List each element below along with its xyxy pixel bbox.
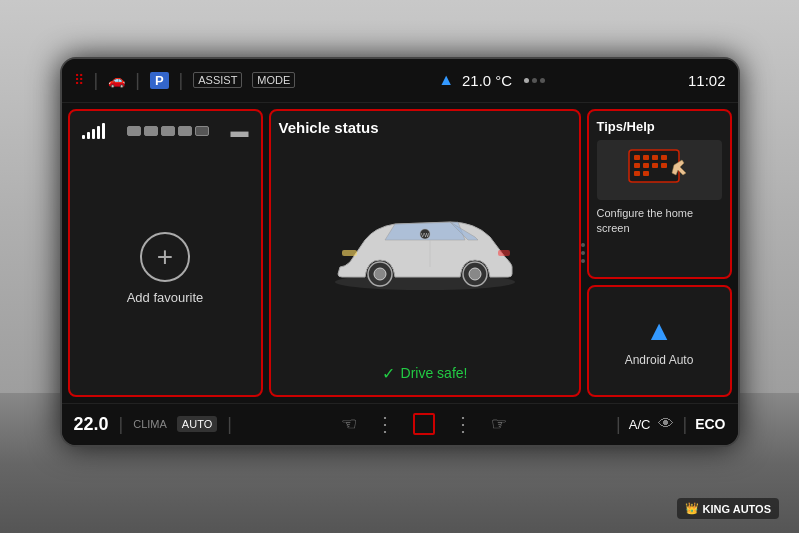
android-auto-label: Android Auto bbox=[625, 353, 694, 367]
svg-rect-20 bbox=[643, 171, 649, 176]
clima-temp-value: 22.0 bbox=[74, 414, 109, 435]
android-auto-panel[interactable]: ▲ Android Auto bbox=[587, 285, 732, 397]
tips-panel[interactable]: Tips/Help bbox=[587, 109, 732, 279]
svg-rect-16 bbox=[643, 163, 649, 168]
tips-image bbox=[597, 140, 722, 200]
bottom-center-controls: ☜ ⋮ ⋮ ☞ bbox=[242, 412, 606, 436]
right-panel: Tips/Help bbox=[587, 109, 732, 397]
drive-safe-indicator: ✓ Drive safe! bbox=[279, 360, 571, 387]
bottom-bar: 22.0 | CLIMA AUTO | ☜ ⋮ ⋮ ☞ | A/C 👁 | EC… bbox=[62, 403, 738, 445]
svg-rect-8 bbox=[342, 250, 357, 256]
stop-button[interactable] bbox=[413, 413, 435, 435]
car-body: ⠿ | 🚗 | P | ASSIST MODE ▲ 21.0 °C 11:02 bbox=[0, 0, 799, 533]
infotainment-screen: ⠿ | 🚗 | P | ASSIST MODE ▲ 21.0 °C 11:02 bbox=[60, 57, 740, 447]
top-status-bar: ⠿ | 🚗 | P | ASSIST MODE ▲ 21.0 °C 11:02 bbox=[62, 59, 738, 103]
svg-rect-9 bbox=[498, 250, 510, 256]
car-icon[interactable]: 🚗 bbox=[108, 72, 125, 88]
check-icon: ✓ bbox=[382, 364, 395, 383]
svg-rect-15 bbox=[634, 163, 640, 168]
svg-rect-17 bbox=[652, 163, 658, 168]
svg-point-4 bbox=[469, 268, 481, 280]
top-bar-center: ▲ 21.0 °C bbox=[305, 71, 678, 89]
battery-indicator bbox=[127, 126, 209, 136]
svg-rect-12 bbox=[643, 155, 649, 160]
left-panel: ▬ + Add favourite bbox=[68, 109, 263, 397]
menu-dots-left[interactable]: ⋮ bbox=[375, 412, 395, 436]
hand-left-icon[interactable]: ☜ bbox=[341, 413, 357, 435]
assist-icon[interactable]: ASSIST bbox=[193, 72, 242, 88]
tips-title: Tips/Help bbox=[597, 119, 722, 134]
svg-rect-14 bbox=[661, 155, 667, 160]
tips-description: Configure the home screen bbox=[597, 206, 722, 237]
svg-rect-11 bbox=[634, 155, 640, 160]
car-image-area: VW bbox=[279, 140, 571, 360]
menu-dots-right[interactable]: ⋮ bbox=[453, 412, 473, 436]
mode-icon[interactable]: MODE bbox=[252, 72, 295, 88]
center-panel: Vehicle status bbox=[269, 109, 581, 397]
king-autos-icon: 👑 bbox=[685, 502, 699, 515]
hand-right-icon[interactable]: ☞ bbox=[491, 413, 507, 435]
vehicle-status-title: Vehicle status bbox=[279, 119, 571, 136]
ac-label[interactable]: A/C bbox=[629, 417, 651, 432]
svg-rect-18 bbox=[661, 163, 667, 168]
eco-label: ECO bbox=[695, 416, 725, 432]
drive-safe-text: Drive safe! bbox=[401, 365, 468, 381]
king-autos-text: KING AUTOS bbox=[703, 503, 771, 515]
tips-screen-svg bbox=[624, 145, 694, 195]
grid-icon[interactable]: ⠿ bbox=[74, 72, 84, 88]
bottom-right-controls: | A/C 👁 | ECO bbox=[616, 414, 725, 435]
eye-icon: 👁 bbox=[658, 415, 674, 433]
svg-text:VW: VW bbox=[420, 232, 428, 238]
add-favourite-area[interactable]: + Add favourite bbox=[78, 150, 253, 387]
king-autos-watermark: 👑 KING AUTOS bbox=[677, 498, 779, 519]
vehicle-image: VW bbox=[320, 202, 530, 297]
add-favourite-button[interactable]: + bbox=[140, 232, 190, 282]
parking-icon[interactable]: P bbox=[150, 72, 169, 89]
add-favourite-label: Add favourite bbox=[127, 290, 204, 305]
svg-point-2 bbox=[374, 268, 386, 280]
clima-label: CLIMA bbox=[133, 418, 167, 430]
main-content: ▬ + Add favourite Vehicle status bbox=[62, 103, 738, 403]
android-auto-icon: ▲ bbox=[645, 315, 673, 347]
svg-rect-13 bbox=[652, 155, 658, 160]
signal-battery-row: ▬ bbox=[78, 119, 253, 144]
temperature-display: 21.0 °C bbox=[462, 72, 512, 89]
signal-strength bbox=[82, 123, 105, 139]
svg-rect-19 bbox=[634, 171, 640, 176]
time-display: 11:02 bbox=[688, 72, 726, 89]
auto-badge: AUTO bbox=[177, 416, 217, 432]
nav-arrow-icon: ▲ bbox=[438, 71, 454, 89]
battery-icon: ▬ bbox=[231, 121, 249, 142]
